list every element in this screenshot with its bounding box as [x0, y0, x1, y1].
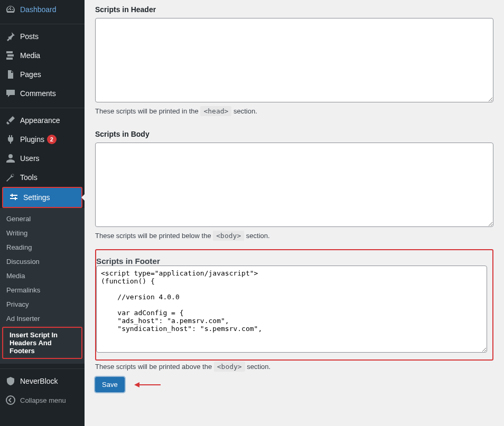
menu-separator: [0, 22, 85, 24]
footer-scripts-help: These scripts will be printed above the …: [95, 363, 493, 371]
sidebar-item-dashboard[interactable]: Dashboard: [0, 0, 85, 19]
header-scripts-textarea[interactable]: [95, 18, 493, 102]
footer-scripts-textarea[interactable]: [96, 266, 487, 353]
sidebar-item-posts[interactable]: Posts: [0, 27, 85, 46]
wrench-icon: [5, 172, 16, 183]
sidebar-label: Plugins: [20, 135, 44, 144]
sidebar-item-users[interactable]: Users: [0, 149, 85, 168]
sidebar-item-plugins[interactable]: Plugins 2: [0, 130, 85, 149]
submenu-reading[interactable]: Reading: [0, 240, 85, 254]
sidebar-item-tools[interactable]: Tools: [0, 168, 85, 187]
footer-highlight-box: Scripts in Footer: [95, 249, 493, 361]
svg-point-0: [6, 396, 15, 404]
plugins-badge: 2: [47, 135, 57, 144]
arrow-annotation: [134, 380, 161, 390]
plug-icon: [5, 134, 16, 145]
submenu-permalinks[interactable]: Permalinks: [0, 283, 85, 297]
section-header-scripts: Scripts in Header These scripts will be …: [95, 5, 493, 115]
sidebar-label: Comments: [20, 89, 56, 98]
submenu-ad-inserter[interactable]: Ad Inserter: [0, 311, 85, 326]
brush-icon: [5, 115, 16, 126]
sidebar-item-settings[interactable]: Settings: [3, 188, 81, 207]
sidebar-label: Settings: [23, 193, 50, 202]
sidebar-label: Appearance: [20, 116, 60, 125]
submenu-privacy[interactable]: Privacy: [0, 297, 85, 311]
collapse-label: Collapse menu: [20, 396, 66, 404]
sidebar-label: Users: [20, 154, 40, 163]
body-scripts-title: Scripts in Body: [95, 130, 493, 138]
submenu-insert-script[interactable]: Insert Script In Headers And Footers: [3, 328, 81, 358]
sidebar-label: NeverBlock: [20, 377, 58, 385]
submenu-media[interactable]: Media: [0, 269, 85, 283]
sidebar-label: Media: [20, 51, 40, 60]
settings-highlight-box: Settings: [2, 187, 82, 208]
svg-marker-2: [134, 382, 139, 387]
body-scripts-textarea[interactable]: [95, 143, 493, 227]
shield-icon: [5, 376, 16, 386]
media-icon: [5, 50, 16, 61]
dashboard-icon: [5, 4, 16, 15]
header-scripts-title: Scripts in Header: [95, 5, 493, 14]
page-icon: [5, 69, 16, 80]
pin-icon: [5, 31, 16, 42]
menu-separator: [0, 366, 85, 369]
sidebar-item-media[interactable]: Media: [0, 46, 85, 65]
sidebar-label: Tools: [20, 173, 38, 182]
insert-script-highlight-box: Insert Script In Headers And Footers: [2, 327, 82, 359]
settings-submenu: General Writing Reading Discussion Media…: [0, 208, 85, 364]
comment-icon: [5, 88, 16, 99]
sidebar-item-appearance[interactable]: Appearance: [0, 111, 85, 130]
user-icon: [5, 153, 16, 164]
section-body-scripts: Scripts in Body These scripts will be pr…: [95, 130, 493, 240]
body-scripts-help: These scripts will be printed below the …: [95, 232, 493, 240]
menu-separator: [0, 106, 85, 108]
collapse-menu[interactable]: Collapse menu: [0, 391, 85, 410]
footer-scripts-title: Scripts in Footer: [96, 257, 487, 266]
submenu-writing[interactable]: Writing: [0, 226, 85, 240]
sidebar-item-pages[interactable]: Pages: [0, 65, 85, 84]
save-button[interactable]: Save: [95, 377, 125, 392]
submenu-discussion[interactable]: Discussion: [0, 254, 85, 269]
sidebar-item-comments[interactable]: Comments: [0, 84, 85, 103]
sliders-icon: [8, 192, 19, 203]
sidebar-label: Pages: [20, 70, 41, 79]
sidebar-label: Dashboard: [20, 5, 57, 14]
collapse-icon: [5, 395, 16, 405]
sidebar-label: Posts: [20, 32, 39, 41]
sidebar-item-neverblock[interactable]: NeverBlock: [0, 372, 85, 391]
submenu-general[interactable]: General: [0, 212, 85, 226]
header-scripts-help: These scripts will be printed in the <he…: [95, 107, 493, 115]
